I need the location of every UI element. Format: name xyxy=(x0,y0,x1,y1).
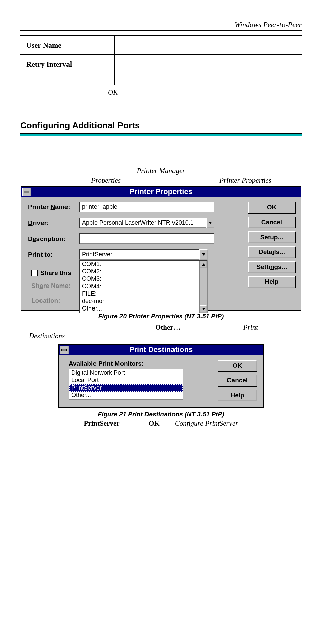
chevron-down-icon xyxy=(202,253,205,256)
list-item[interactable]: Local Port xyxy=(69,377,183,384)
details-button[interactable]: Details... xyxy=(248,246,295,258)
print-word: Print xyxy=(243,323,258,332)
row-retry-value xyxy=(115,55,302,85)
list-item[interactable]: Other... xyxy=(80,305,207,313)
section-rule xyxy=(20,133,302,136)
print-destinations-dialog: Print Destinations Available Print Monit… xyxy=(58,344,264,408)
available-monitors-label: Available Print Monitors: xyxy=(69,360,208,367)
help-button[interactable]: Help xyxy=(218,390,257,401)
chevron-down-icon xyxy=(209,222,212,224)
figure-20-caption: Figure 20 Printer Properties (NT 3.51 Pt… xyxy=(20,313,302,320)
ok-button[interactable]: OK xyxy=(218,360,257,371)
row-username-value xyxy=(115,36,302,55)
dialog1-title: Printer Properties xyxy=(130,187,192,196)
list-item[interactable]: FILE: xyxy=(80,290,207,298)
driver-dropdown-button[interactable] xyxy=(206,218,214,228)
share-name-label: Share Name: xyxy=(31,282,79,290)
location-label: Location: xyxy=(31,297,79,304)
ok-button[interactable]: OK xyxy=(248,202,295,213)
list-item-selected[interactable]: PrintServer xyxy=(69,384,183,392)
chevron-down-icon xyxy=(202,308,205,310)
pre-dialog-line1: Printer Manager xyxy=(137,167,185,175)
final-line: PrintServer OK Configure PrintServer xyxy=(20,419,302,428)
description-input[interactable] xyxy=(79,233,214,244)
print-monitors-listbox[interactable]: Digital Network Port Local Port PrintSer… xyxy=(69,369,183,400)
driver-input[interactable] xyxy=(79,218,206,228)
list-item[interactable]: COM4: xyxy=(80,283,207,290)
dialog2-title: Print Destinations xyxy=(129,345,193,354)
other-bold: Other… xyxy=(155,323,181,332)
printer-name-label: Printer Name: xyxy=(28,203,75,211)
printer-properties-dialog: Printer Properties Printer Name: Driver: xyxy=(21,186,301,311)
ok-word: OK xyxy=(20,88,302,97)
dialog2-titlebar: Print Destinations xyxy=(59,345,263,355)
driver-label: Driver: xyxy=(28,219,75,227)
list-item[interactable]: COM3: xyxy=(80,275,207,283)
list-item[interactable]: Digital Network Port xyxy=(69,369,183,377)
scroll-down-button[interactable] xyxy=(200,305,207,313)
scroll-up-button[interactable] xyxy=(200,261,207,268)
list-item[interactable]: Other... xyxy=(69,392,183,399)
figure-21-caption: Figure 21 Print Destinations (NT 3.51 Pt… xyxy=(20,411,302,418)
listbox-scrollbar[interactable] xyxy=(199,261,207,313)
print-to-input[interactable] xyxy=(79,249,199,260)
cancel-button[interactable]: Cancel xyxy=(218,375,257,386)
print-to-label: Print to: xyxy=(28,251,75,258)
settings-button[interactable]: Settings... xyxy=(248,261,295,273)
row-username-label: User Name xyxy=(20,36,115,55)
share-this-checkbox[interactable] xyxy=(31,270,38,276)
description-label: Description: xyxy=(28,235,75,243)
printer-name-input[interactable] xyxy=(79,202,214,212)
list-item[interactable]: COM2: xyxy=(80,268,207,275)
print-to-dropdown-button[interactable] xyxy=(199,249,208,260)
info-table: User Name Retry Interval xyxy=(20,35,302,85)
list-item[interactable]: dec-mon xyxy=(80,298,207,305)
list-item[interactable]: COM1: xyxy=(80,261,207,268)
chevron-up-icon xyxy=(202,263,205,266)
cancel-button[interactable]: Cancel xyxy=(248,217,295,228)
pre-dialog-properties: Properties xyxy=(91,176,121,185)
share-this-label: Share this xyxy=(40,269,71,277)
row-retry-label: Retry Interval xyxy=(20,55,115,85)
section-heading: Configuring Additional Ports xyxy=(20,120,302,131)
destinations-word: Destinations xyxy=(29,332,65,340)
help-button[interactable]: Help xyxy=(248,276,295,288)
system-menu-icon[interactable] xyxy=(60,346,69,354)
footer-rule xyxy=(20,543,302,543)
system-menu-icon[interactable] xyxy=(22,188,31,196)
print-to-listbox[interactable]: COM1: COM2: COM3: COM4: FILE: dec-mon Ot… xyxy=(79,260,208,313)
dialog1-titlebar: Printer Properties xyxy=(21,187,301,197)
pre-dialog-printerprops: Printer Properties xyxy=(219,176,271,185)
running-header: Windows Peer-to-Peer xyxy=(20,20,302,31)
setup-button[interactable]: Setup... xyxy=(248,231,295,243)
